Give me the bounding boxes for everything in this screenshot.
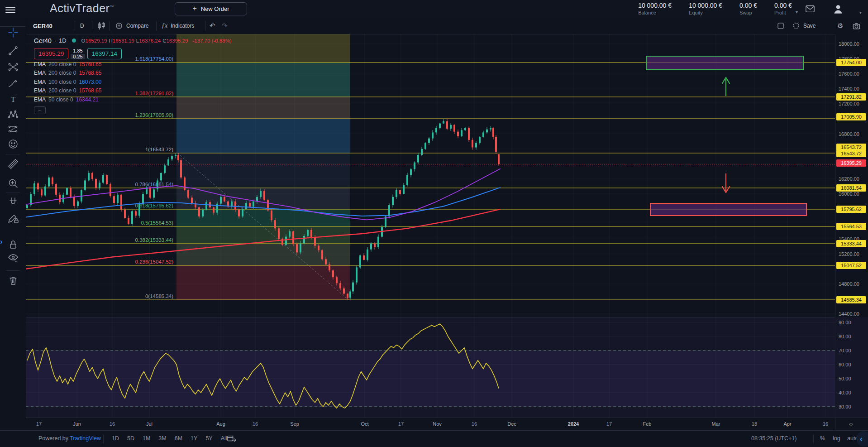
redo-button[interactable]: ↷ <box>222 18 228 34</box>
range-5d[interactable]: 5D <box>123 433 138 444</box>
new-order-button[interactable]: + New Order <box>175 2 247 15</box>
range-6m[interactable]: 6M <box>171 433 186 444</box>
indicator-legend-row[interactable]: EMA200 close 015768.65 <box>34 87 232 96</box>
tool-lock-all[interactable] <box>6 238 20 251</box>
indicator-legend-row[interactable]: EMA200 close 015768.65 <box>34 60 232 69</box>
price-axis-label: 17600.00 <box>839 71 859 77</box>
range-1d[interactable]: 1D <box>108 433 123 444</box>
magnet-icon <box>7 196 19 209</box>
indicator-legend-row[interactable]: EMA50 close 016344.21 <box>34 95 232 104</box>
range-3m[interactable]: 3M <box>154 433 170 444</box>
redo-icon: ↷ <box>222 22 228 30</box>
time-axis-label: 2024 <box>568 421 579 427</box>
cloud-save-icon <box>792 22 800 30</box>
legend-timeframe: 1D <box>59 37 67 44</box>
tool-xabcd-pattern[interactable] <box>6 108 20 121</box>
range-selector: 1D5D1M3M6M1Y5YAll <box>108 433 231 444</box>
chart-style-button[interactable] <box>96 18 106 34</box>
indicators-button[interactable]: ƒx Indicators <box>162 18 194 34</box>
legend-symbol[interactable]: Ger40 <box>34 37 52 44</box>
level-price-badge: 16543.72 <box>836 150 866 157</box>
tool-emoji[interactable] <box>6 137 20 151</box>
menu-icon[interactable] <box>5 5 15 13</box>
projection-icon <box>7 123 19 135</box>
clock[interactable]: 08:35:25 (UTC+1) <box>751 435 796 442</box>
scale-percent-button[interactable]: % <box>820 435 825 442</box>
avatar[interactable] <box>832 3 844 15</box>
tool-magnet[interactable] <box>6 196 20 209</box>
hide-all-icon <box>7 252 19 264</box>
lock-all-icon <box>7 238 19 251</box>
theme-sun-icon[interactable]: ☼ <box>848 420 854 428</box>
spread: 1.85 0.25 <box>71 48 85 59</box>
bid-price[interactable]: 16395.29 <box>34 48 68 59</box>
ask-price[interactable]: 16397.14 <box>87 48 122 59</box>
ohlc-value: 16376.24 <box>139 38 161 43</box>
collapse-toolbar-button[interactable]: ‹ <box>856 431 868 447</box>
tool-hide-all[interactable] <box>6 251 20 265</box>
svg-text:1(16543.72): 1(16543.72) <box>145 147 173 152</box>
save-button[interactable]: Save <box>792 18 816 34</box>
price-axis-label: 15200.00 <box>839 251 859 257</box>
range-1y[interactable]: 1Y <box>186 433 201 444</box>
range-5y[interactable]: 5Y <box>201 433 216 444</box>
indicator-legend-list: EMA200 close 015768.65EMA200 close 01576… <box>34 60 232 104</box>
tool-projection[interactable] <box>6 122 20 136</box>
mail-icon[interactable] <box>805 5 815 15</box>
undo-button[interactable]: ↶ <box>210 18 215 34</box>
rsi-chart-canvas[interactable] <box>26 317 835 418</box>
camera-icon <box>852 22 861 30</box>
brush-icon <box>7 77 19 90</box>
compare-button[interactable]: Compare <box>115 18 148 34</box>
pane-divider[interactable] <box>26 317 868 317</box>
level-price-badge: 17005.90 <box>836 113 866 120</box>
drawing-lock-icon <box>7 212 19 225</box>
timeframe-button[interactable]: D <box>80 18 84 34</box>
text-icon: T <box>7 93 19 106</box>
expand-panel-chevron-icon[interactable]: › <box>0 237 3 246</box>
time-axis-label: Feb <box>643 421 652 427</box>
price-axis-label: 16000.00 <box>839 191 859 197</box>
svg-text:0.382(15333.44): 0.382(15333.44) <box>135 237 174 243</box>
tool-trend-line[interactable] <box>6 44 20 58</box>
goto-date-button[interactable] <box>226 434 237 445</box>
time-axis-label: 17 <box>398 421 404 427</box>
tradingview-link[interactable]: TradingView <box>70 435 101 442</box>
current-price-badge: 16395.29 <box>836 159 866 167</box>
rsi-axis-label: 80.00 <box>839 333 851 340</box>
tool-fib-retracement[interactable] <box>6 60 20 74</box>
settings-button[interactable]: ⚙ <box>837 18 843 34</box>
account-equity: 10 000.00 €Equity <box>689 2 722 15</box>
tool-ruler[interactable] <box>6 157 20 171</box>
price-axis[interactable]: 18000.0017800.0017600.0017400.0017200.00… <box>835 34 868 418</box>
legend-collapse-button[interactable]: ︿ <box>34 106 46 114</box>
tool-remove-all[interactable] <box>6 274 20 288</box>
market-status-dot[interactable] <box>72 38 76 43</box>
tool-text[interactable]: T <box>6 92 20 106</box>
avatar-caret-icon[interactable]: ▾ <box>859 10 862 15</box>
ohlc-key: O <box>81 38 86 43</box>
time-axis-label: 16 <box>472 421 477 427</box>
account-swap: 0.00 €Swap <box>739 2 757 15</box>
time-axis[interactable]: 17Jun16JulAug16SepOct17Nov16Dec202417Feb… <box>26 418 835 431</box>
tool-zoom-in[interactable] <box>6 177 20 190</box>
price-axis-label: 17400.00 <box>839 86 859 92</box>
profit-caret-icon[interactable]: ▾ <box>796 10 798 14</box>
range-1m[interactable]: 1M <box>138 433 154 444</box>
candlestick-style-icon <box>96 21 106 31</box>
snapshot-button[interactable] <box>852 18 861 34</box>
app-logo: ActivTrader™ <box>50 2 114 15</box>
fib-retracement-icon <box>7 61 19 73</box>
scale-log-button[interactable]: log <box>833 435 840 442</box>
tool-drawing-lock[interactable] <box>6 211 20 225</box>
svg-text:T: T <box>11 95 16 104</box>
layout-button[interactable] <box>777 18 785 34</box>
time-axis-label: Oct <box>361 421 368 427</box>
symbol-button[interactable]: GER40 <box>33 18 52 34</box>
indicator-legend-row[interactable]: EMA200 close 015768.65 <box>34 69 232 78</box>
account-balance: 10 000.00 €Balance <box>638 2 672 15</box>
rsi-axis-label: 60.00 <box>839 361 851 368</box>
tool-crosshair[interactable] <box>6 26 20 39</box>
tool-brush[interactable] <box>6 77 20 90</box>
indicator-legend-row[interactable]: EMA100 close 016073.00 <box>34 77 232 87</box>
